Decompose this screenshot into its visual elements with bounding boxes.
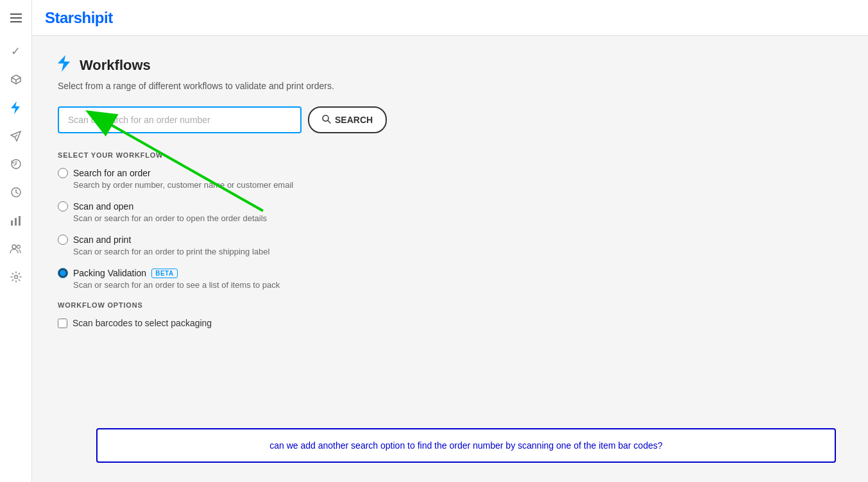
search-row: SEARCH	[58, 106, 842, 133]
svg-line-1	[15, 135, 17, 137]
radio-packing-validation[interactable]	[58, 268, 68, 278]
page-title-row: Workflows	[58, 55, 842, 76]
users-nav-icon[interactable]	[4, 237, 28, 260]
workflow-title-packing: Packing Validation	[73, 268, 146, 278]
sidebar: ✓	[0, 0, 32, 482]
content-area: Workflows Select from a range of differe…	[32, 36, 868, 482]
workflow-desc-scan-open: Scan or search for an order to open the …	[73, 213, 842, 223]
workflows-page-icon	[58, 55, 72, 76]
history-nav-icon[interactable]	[4, 153, 28, 176]
workflow-desc-search-order: Search by order number, customer name or…	[73, 180, 842, 190]
checkbox-label-scan-barcodes: Scan barcodes to select packaging	[72, 318, 212, 328]
send-nav-icon[interactable]	[4, 124, 28, 147]
box-nav-icon[interactable]	[4, 68, 28, 91]
search-icon	[322, 115, 331, 126]
header: Starshipit	[32, 0, 868, 36]
hamburger-menu[interactable]	[4, 6, 28, 29]
workflow-option-header-4: Packing Validation BETA	[58, 268, 842, 278]
search-button[interactable]: SEARCH	[308, 106, 387, 133]
workflow-option-packing: Packing Validation BETA Scan or search f…	[58, 268, 842, 290]
svg-point-7	[12, 245, 16, 249]
page-subtitle: Select from a range of different workflo…	[58, 81, 842, 91]
clock-nav-icon[interactable]	[4, 181, 28, 204]
annotation-box: can we add another search option to find…	[96, 428, 836, 463]
workflow-option-header-3: Scan and print	[58, 235, 842, 245]
main-wrapper: Starshipit Workflows Select from a range…	[32, 0, 868, 482]
settings-nav-icon[interactable]	[4, 265, 28, 288]
radio-search-order[interactable]	[58, 168, 68, 178]
workflow-options-label: WORKFLOW OPTIONS	[58, 301, 842, 309]
beta-badge: BETA	[151, 269, 177, 278]
workflow-title-scan-open: Scan and open	[73, 201, 133, 212]
svg-rect-5	[15, 218, 17, 226]
workflow-option-search-order: Search for an order Search by order numb…	[58, 168, 842, 190]
radio-scan-open[interactable]	[58, 201, 68, 212]
lightning-nav-icon[interactable]	[4, 96, 28, 119]
check-nav-icon[interactable]: ✓	[4, 40, 28, 63]
svg-point-8	[17, 245, 20, 249]
svg-line-11	[328, 120, 330, 123]
workflow-option-scan-print: Scan and print Scan or search for an ord…	[58, 235, 842, 256]
page-title: Workflows	[80, 57, 151, 74]
workflow-option-header-1: Search for an order	[58, 168, 842, 178]
order-search-input[interactable]	[58, 106, 302, 133]
svg-rect-6	[19, 216, 21, 226]
logo: Starshipit	[45, 9, 113, 27]
workflow-section-label: SELECT YOUR WORKFLOW	[58, 151, 842, 159]
radio-scan-print[interactable]	[58, 235, 68, 245]
search-button-label: SEARCH	[335, 115, 373, 125]
workflow-option-scan-open: Scan and open Scan or search for an orde…	[58, 201, 842, 223]
checkbox-row-scan-barcodes: Scan barcodes to select packaging	[58, 318, 842, 328]
checkbox-scan-barcodes[interactable]	[58, 319, 67, 328]
svg-point-9	[14, 276, 17, 279]
workflow-options-section: WORKFLOW OPTIONS Scan barcodes to select…	[58, 301, 842, 328]
workflow-option-header-2: Scan and open	[58, 201, 842, 212]
workflow-desc-scan-print: Scan or search for an order to print the…	[73, 247, 842, 256]
workflow-title-search-order: Search for an order	[73, 168, 151, 178]
chart-nav-icon[interactable]	[4, 209, 28, 232]
annotation-text: can we add another search option to find…	[269, 440, 663, 451]
workflow-title-scan-print: Scan and print	[73, 235, 131, 245]
workflow-desc-packing: Scan or search for an order to see a lis…	[73, 280, 842, 290]
svg-rect-4	[11, 220, 13, 226]
